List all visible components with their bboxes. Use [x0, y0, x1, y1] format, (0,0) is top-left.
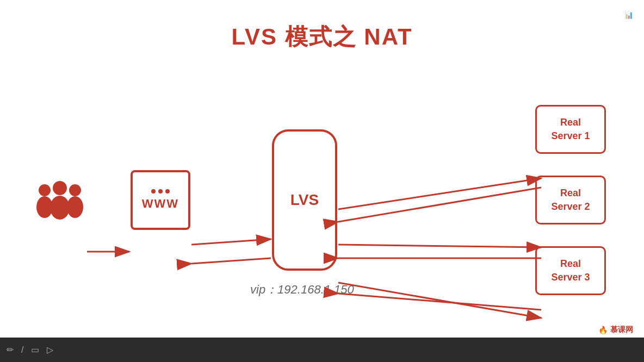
- svg-line-9: [191, 239, 271, 245]
- page-title: LVS 模式之 NAT: [0, 0, 644, 52]
- real-server-3-text: RealServer 3: [551, 257, 590, 284]
- lvs-box: LVS: [272, 129, 337, 271]
- svg-point-0: [39, 184, 51, 196]
- frame-icon[interactable]: ▭: [31, 345, 39, 355]
- svg-line-16: [338, 294, 541, 310]
- pencil-icon[interactable]: /: [21, 345, 23, 355]
- diagram-area: WWW LVS vip：192.168.1.150 RealServer 1 R…: [0, 71, 644, 329]
- real-server-2-text: RealServer 2: [551, 186, 590, 214]
- dot-3: [165, 189, 170, 194]
- svg-point-5: [50, 196, 70, 220]
- real-server-1-text: RealServer 1: [551, 116, 590, 143]
- svg-line-10: [191, 258, 271, 264]
- real-server-2: RealServer 2: [535, 176, 606, 224]
- real-server-1: RealServer 1: [535, 105, 606, 154]
- www-dots: [151, 189, 170, 194]
- edit-icon[interactable]: ✏: [7, 345, 14, 355]
- dot-1: [151, 189, 156, 194]
- real-server-3: RealServer 3: [535, 246, 606, 295]
- www-label: WWW: [142, 197, 179, 211]
- svg-line-15: [338, 283, 541, 318]
- play-icon[interactable]: ▷: [47, 345, 53, 355]
- svg-line-11: [338, 178, 541, 209]
- svg-point-2: [69, 184, 81, 196]
- dot-2: [158, 189, 163, 194]
- svg-line-12: [338, 188, 541, 222]
- vip-label: vip：192.168.1.150: [250, 282, 354, 298]
- watermark: 📊: [624, 11, 633, 19]
- svg-line-13: [338, 245, 541, 247]
- svg-point-4: [53, 181, 67, 195]
- bottom-toolbar: ✏ / ▭ ▷: [0, 338, 644, 362]
- lvs-label: LVS: [290, 191, 319, 209]
- watermark-bars: 📊: [624, 11, 633, 19]
- www-box: WWW: [131, 170, 190, 230]
- users-group: [33, 177, 87, 223]
